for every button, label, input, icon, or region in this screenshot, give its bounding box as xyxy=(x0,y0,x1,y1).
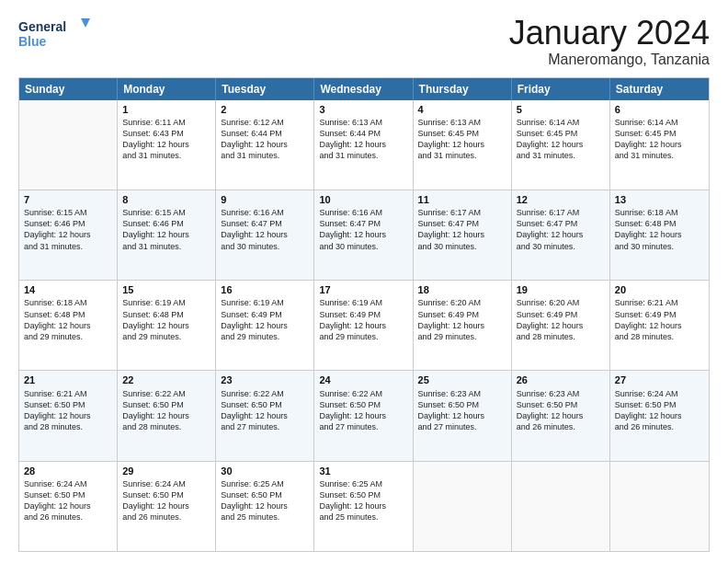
cell-info: Sunrise: 6:25 AM Sunset: 6:50 PM Dayligh… xyxy=(319,478,407,523)
calendar-cell xyxy=(512,462,610,551)
day-number: 12 xyxy=(517,193,605,206)
day-number: 11 xyxy=(418,193,506,206)
svg-text:General: General xyxy=(18,19,66,34)
calendar-cell: 13Sunrise: 6:18 AM Sunset: 6:48 PM Dayli… xyxy=(610,190,709,280)
cal-header-day: Wednesday xyxy=(314,78,413,100)
cell-info: Sunrise: 6:24 AM Sunset: 6:50 PM Dayligh… xyxy=(122,478,210,523)
cell-info: Sunrise: 6:20 AM Sunset: 6:49 PM Dayligh… xyxy=(517,297,605,342)
day-number: 1 xyxy=(122,103,210,116)
calendar-week-row: 14Sunrise: 6:18 AM Sunset: 6:48 PM Dayli… xyxy=(19,281,709,371)
cell-info: Sunrise: 6:22 AM Sunset: 6:50 PM Dayligh… xyxy=(221,388,309,433)
calendar-week-row: 21Sunrise: 6:21 AM Sunset: 6:50 PM Dayli… xyxy=(19,371,709,461)
day-number: 6 xyxy=(615,103,704,116)
svg-marker-2 xyxy=(81,18,90,28)
calendar-cell: 24Sunrise: 6:22 AM Sunset: 6:50 PM Dayli… xyxy=(314,371,413,460)
cell-info: Sunrise: 6:21 AM Sunset: 6:49 PM Dayligh… xyxy=(615,297,704,342)
day-number: 16 xyxy=(221,283,309,296)
cell-info: Sunrise: 6:11 AM Sunset: 6:43 PM Dayligh… xyxy=(122,117,210,162)
cal-header-day: Saturday xyxy=(610,78,709,100)
cell-info: Sunrise: 6:13 AM Sunset: 6:45 PM Dayligh… xyxy=(418,117,506,162)
day-number: 21 xyxy=(24,373,112,386)
day-number: 18 xyxy=(418,283,506,296)
day-number: 9 xyxy=(221,193,309,206)
day-number: 3 xyxy=(319,103,407,116)
cell-info: Sunrise: 6:15 AM Sunset: 6:46 PM Dayligh… xyxy=(122,207,210,252)
cell-info: Sunrise: 6:22 AM Sunset: 6:50 PM Dayligh… xyxy=(319,388,407,433)
cell-info: Sunrise: 6:19 AM Sunset: 6:48 PM Dayligh… xyxy=(122,297,210,342)
calendar-header: SundayMondayTuesdayWednesdayThursdayFrid… xyxy=(19,78,709,100)
calendar-cell: 5Sunrise: 6:14 AM Sunset: 6:45 PM Daylig… xyxy=(512,100,610,190)
cell-info: Sunrise: 6:14 AM Sunset: 6:45 PM Dayligh… xyxy=(517,117,605,162)
calendar-week-row: 7Sunrise: 6:15 AM Sunset: 6:46 PM Daylig… xyxy=(19,190,709,281)
svg-text:Blue: Blue xyxy=(18,34,47,49)
day-number: 22 xyxy=(122,373,210,386)
cell-info: Sunrise: 6:19 AM Sunset: 6:49 PM Dayligh… xyxy=(221,297,309,342)
cal-header-day: Friday xyxy=(512,78,610,100)
cell-info: Sunrise: 6:17 AM Sunset: 6:47 PM Dayligh… xyxy=(418,207,506,252)
calendar-cell xyxy=(610,462,709,551)
day-number: 31 xyxy=(319,465,407,477)
day-number: 27 xyxy=(615,373,704,386)
calendar-cell: 15Sunrise: 6:19 AM Sunset: 6:48 PM Dayli… xyxy=(118,281,216,370)
cell-info: Sunrise: 6:24 AM Sunset: 6:50 PM Dayligh… xyxy=(24,478,112,523)
logo: General Blue xyxy=(18,15,92,55)
main-title: January 2024 xyxy=(509,15,710,52)
cell-info: Sunrise: 6:18 AM Sunset: 6:48 PM Dayligh… xyxy=(24,297,112,342)
day-number: 7 xyxy=(24,193,112,206)
cell-info: Sunrise: 6:17 AM Sunset: 6:47 PM Dayligh… xyxy=(517,207,605,252)
day-number: 14 xyxy=(24,283,112,296)
calendar-cell: 27Sunrise: 6:24 AM Sunset: 6:50 PM Dayli… xyxy=(610,371,709,460)
calendar-cell: 7Sunrise: 6:15 AM Sunset: 6:46 PM Daylig… xyxy=(19,190,118,280)
calendar: SundayMondayTuesdayWednesdayThursdayFrid… xyxy=(18,77,710,552)
calendar-cell: 11Sunrise: 6:17 AM Sunset: 6:47 PM Dayli… xyxy=(414,190,512,280)
subtitle: Maneromango, Tanzania xyxy=(509,52,710,68)
calendar-cell: 21Sunrise: 6:21 AM Sunset: 6:50 PM Dayli… xyxy=(19,371,118,460)
calendar-cell: 18Sunrise: 6:20 AM Sunset: 6:49 PM Dayli… xyxy=(414,281,512,370)
calendar-cell: 14Sunrise: 6:18 AM Sunset: 6:48 PM Dayli… xyxy=(19,281,118,370)
calendar-cell: 30Sunrise: 6:25 AM Sunset: 6:50 PM Dayli… xyxy=(216,462,314,551)
cell-info: Sunrise: 6:23 AM Sunset: 6:50 PM Dayligh… xyxy=(418,388,506,433)
calendar-cell: 26Sunrise: 6:23 AM Sunset: 6:50 PM Dayli… xyxy=(512,371,610,460)
calendar-cell: 28Sunrise: 6:24 AM Sunset: 6:50 PM Dayli… xyxy=(19,462,118,551)
title-block: January 2024 Maneromango, Tanzania xyxy=(509,15,710,68)
cell-info: Sunrise: 6:23 AM Sunset: 6:50 PM Dayligh… xyxy=(517,388,605,433)
calendar-cell: 22Sunrise: 6:22 AM Sunset: 6:50 PM Dayli… xyxy=(118,371,216,460)
day-number: 10 xyxy=(319,193,407,206)
calendar-cell: 6Sunrise: 6:14 AM Sunset: 6:45 PM Daylig… xyxy=(610,100,709,190)
day-number: 2 xyxy=(221,103,309,116)
cell-info: Sunrise: 6:15 AM Sunset: 6:46 PM Dayligh… xyxy=(24,207,112,252)
cell-info: Sunrise: 6:12 AM Sunset: 6:44 PM Dayligh… xyxy=(221,117,309,162)
cell-info: Sunrise: 6:25 AM Sunset: 6:50 PM Dayligh… xyxy=(221,478,309,523)
day-number: 23 xyxy=(221,373,309,386)
cell-info: Sunrise: 6:24 AM Sunset: 6:50 PM Dayligh… xyxy=(615,388,704,433)
calendar-cell: 29Sunrise: 6:24 AM Sunset: 6:50 PM Dayli… xyxy=(118,462,216,551)
cell-info: Sunrise: 6:18 AM Sunset: 6:48 PM Dayligh… xyxy=(615,207,704,252)
calendar-cell: 1Sunrise: 6:11 AM Sunset: 6:43 PM Daylig… xyxy=(118,100,216,190)
day-number: 29 xyxy=(122,465,210,477)
calendar-cell: 20Sunrise: 6:21 AM Sunset: 6:49 PM Dayli… xyxy=(610,281,709,370)
cell-info: Sunrise: 6:16 AM Sunset: 6:47 PM Dayligh… xyxy=(221,207,309,252)
page: General Blue January 2024 Maneromango, T… xyxy=(0,0,728,563)
day-number: 30 xyxy=(221,465,309,477)
calendar-cell xyxy=(19,100,118,190)
cal-header-day: Thursday xyxy=(414,78,512,100)
cell-info: Sunrise: 6:14 AM Sunset: 6:45 PM Dayligh… xyxy=(615,117,704,162)
cell-info: Sunrise: 6:21 AM Sunset: 6:50 PM Dayligh… xyxy=(24,388,112,433)
cal-header-day: Tuesday xyxy=(216,78,314,100)
calendar-cell xyxy=(414,462,512,551)
calendar-body: 1Sunrise: 6:11 AM Sunset: 6:43 PM Daylig… xyxy=(19,100,709,551)
calendar-week-row: 28Sunrise: 6:24 AM Sunset: 6:50 PM Dayli… xyxy=(19,462,709,551)
day-number: 5 xyxy=(517,103,605,116)
calendar-cell: 3Sunrise: 6:13 AM Sunset: 6:44 PM Daylig… xyxy=(314,100,413,190)
day-number: 20 xyxy=(615,283,704,296)
header: General Blue January 2024 Maneromango, T… xyxy=(18,15,710,68)
calendar-cell: 19Sunrise: 6:20 AM Sunset: 6:49 PM Dayli… xyxy=(512,281,610,370)
calendar-cell: 31Sunrise: 6:25 AM Sunset: 6:50 PM Dayli… xyxy=(314,462,413,551)
day-number: 13 xyxy=(615,193,704,206)
logo-svg: General Blue xyxy=(18,15,92,55)
calendar-cell: 17Sunrise: 6:19 AM Sunset: 6:49 PM Dayli… xyxy=(314,281,413,370)
cell-info: Sunrise: 6:20 AM Sunset: 6:49 PM Dayligh… xyxy=(418,297,506,342)
day-number: 28 xyxy=(24,465,112,477)
calendar-cell: 25Sunrise: 6:23 AM Sunset: 6:50 PM Dayli… xyxy=(414,371,512,460)
day-number: 4 xyxy=(418,103,506,116)
